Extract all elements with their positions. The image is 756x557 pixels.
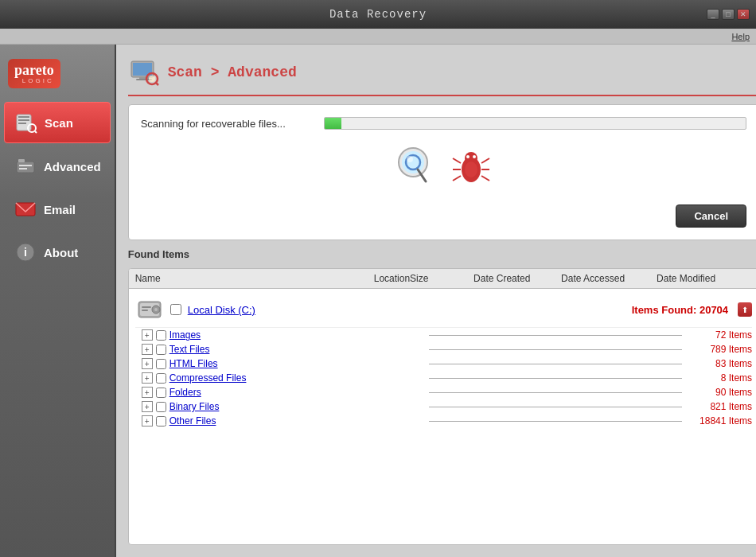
sidebar-item-about[interactable]: i About (4, 232, 111, 272)
file-type-row: + Text Files 789 Items (135, 342, 752, 356)
main-layout: pareto LOGIC Scan (0, 45, 756, 557)
advanced-icon (14, 154, 37, 178)
svg-rect-41 (142, 310, 148, 311)
expand-button[interactable]: + (142, 329, 153, 341)
sidebar-item-scan[interactable]: Scan (4, 102, 111, 143)
scan-status-text: Scanning for recoverable files... (141, 118, 316, 130)
file-type-row: + Folders 90 Items (135, 385, 752, 399)
file-type-row: + Other Files 18841 Items (135, 414, 752, 428)
progress-bar-fill (325, 118, 341, 129)
scroll-up-button[interactable] (738, 302, 752, 317)
page-header-icon (128, 56, 160, 88)
scan-icon (14, 111, 38, 134)
svg-rect-6 (17, 162, 34, 173)
col-date-modified: Date Modified (657, 273, 752, 284)
file-type-name[interactable]: Compressed Files (170, 372, 423, 384)
svg-point-35 (465, 162, 477, 177)
file-type-count: 83 Items (688, 358, 752, 369)
file-type-name[interactable]: Images (170, 329, 423, 341)
svg-rect-1 (18, 116, 29, 118)
logo-box: pareto LOGIC (8, 59, 60, 88)
disk-name[interactable]: Local Disk (C:) (188, 304, 255, 316)
svg-rect-7 (18, 159, 25, 162)
file-type-checkbox[interactable] (156, 330, 166, 341)
cancel-button[interactable]: Cancel (676, 204, 746, 228)
svg-rect-40 (142, 306, 151, 308)
file-type-checkbox[interactable] (156, 359, 166, 369)
file-type-count: 789 Items (688, 344, 752, 355)
col-name: Name (135, 273, 374, 284)
file-type-separator (429, 378, 682, 379)
sidebar-item-advanced[interactable]: Advanced (4, 146, 111, 186)
about-icon: i (14, 240, 37, 264)
sidebar: pareto LOGIC Scan (0, 45, 116, 557)
scanning-icon-2 (450, 146, 493, 189)
sidebar-item-email[interactable]: Email (4, 189, 111, 229)
progress-bar-container (324, 117, 746, 130)
disk-items-found: Items Found: 20704 (632, 304, 728, 316)
svg-line-27 (453, 158, 461, 163)
col-size: Size (410, 273, 473, 284)
svg-line-5 (35, 131, 37, 133)
logo-pareto: pareto (14, 63, 54, 77)
help-link[interactable]: Help (731, 32, 750, 41)
file-type-checkbox[interactable] (156, 345, 166, 355)
file-type-name[interactable]: Binary Files (170, 401, 423, 412)
table-header: Name Location Size Date Created Date Acc… (129, 269, 756, 289)
email-label: Email (44, 203, 76, 216)
svg-line-32 (481, 176, 489, 181)
expand-button[interactable]: + (142, 372, 153, 384)
svg-rect-2 (18, 119, 29, 121)
about-label: About (44, 246, 78, 259)
file-type-row: + Images 72 Items (135, 328, 752, 342)
expand-button[interactable]: + (142, 415, 153, 427)
expand-button[interactable]: + (142, 344, 153, 355)
file-type-checkbox[interactable] (156, 373, 166, 384)
file-type-separator (429, 364, 682, 364)
svg-rect-8 (19, 165, 32, 166)
file-type-row: + HTML Files 83 Items (135, 356, 752, 371)
file-type-count: 72 Items (688, 329, 752, 341)
svg-line-29 (453, 176, 461, 181)
content-area: Scan > Advanced Scanning for recoverable… (116, 45, 756, 557)
file-type-separator (429, 335, 682, 336)
scan-icons-row (141, 139, 746, 195)
file-type-separator (429, 349, 682, 350)
svg-rect-9 (19, 168, 27, 169)
col-date-accessed: Date Accessed (561, 273, 657, 284)
file-type-count: 90 Items (688, 387, 752, 398)
page-header: Scan > Advanced (128, 56, 756, 96)
file-type-separator (429, 407, 682, 407)
advanced-label: Advanced (44, 160, 101, 173)
file-type-count: 8 Items (688, 372, 752, 384)
file-type-checkbox[interactable] (156, 416, 166, 427)
file-type-count: 18841 Items (688, 415, 752, 427)
expand-button[interactable]: + (142, 387, 153, 398)
expand-button[interactable]: + (142, 358, 153, 369)
close-button[interactable]: ✕ (737, 9, 750, 20)
svg-point-39 (154, 308, 158, 311)
title-bar: Data Recovery _ □ ✕ (0, 0, 756, 29)
col-date-created: Date Created (473, 273, 561, 284)
email-icon (14, 197, 37, 221)
table-body: Local Disk (C:) Items Found: 20704 + Ima… (129, 289, 756, 431)
page-title: Scan > Advanced (168, 64, 297, 80)
scan-label: Scan (45, 116, 73, 130)
svg-line-30 (481, 158, 489, 163)
file-type-separator (429, 392, 682, 393)
file-type-checkbox[interactable] (156, 402, 166, 412)
file-type-name[interactable]: Folders (170, 387, 423, 398)
disk-checkbox[interactable] (170, 304, 181, 315)
found-items-label: Found Items (128, 248, 756, 260)
expand-button[interactable]: + (142, 401, 153, 412)
window-controls[interactable]: _ □ ✕ (707, 9, 750, 20)
file-type-name[interactable]: Other Files (170, 415, 423, 427)
file-type-name[interactable]: Text Files (170, 344, 423, 355)
file-type-checkbox[interactable] (156, 388, 166, 398)
file-type-name[interactable]: HTML Files (170, 358, 423, 369)
svg-point-34 (473, 155, 476, 158)
maximize-button[interactable]: □ (722, 9, 735, 20)
minimize-button[interactable]: _ (707, 9, 719, 20)
file-type-count: 821 Items (688, 401, 752, 412)
svg-point-33 (466, 155, 470, 158)
